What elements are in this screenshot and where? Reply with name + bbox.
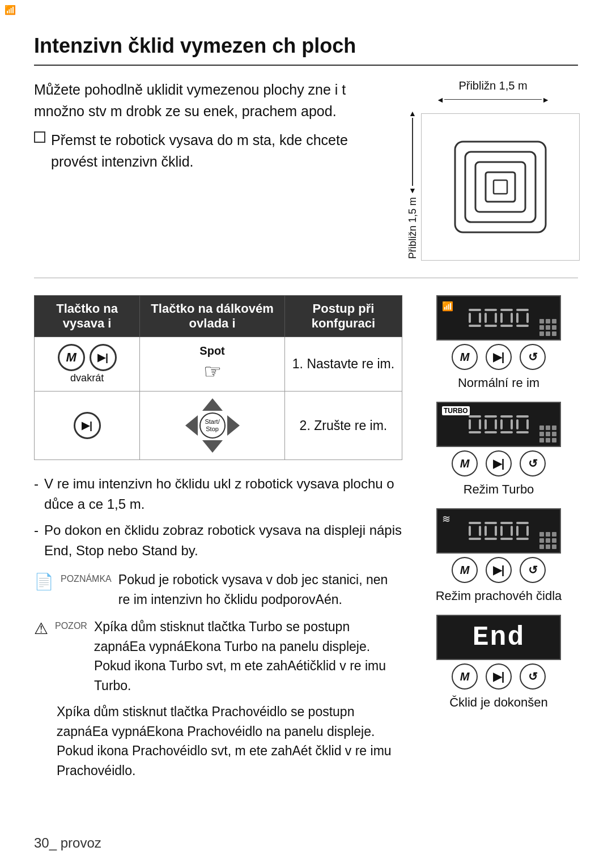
turbo-controls: M ▶| ↺ (452, 450, 546, 476)
spiral-svg (449, 136, 551, 238)
d-seg-l (469, 526, 471, 536)
turbo-ctrl-m: M (452, 450, 478, 476)
h-line (444, 99, 542, 100)
note-text-1: V re imu intenzivn ho čklidu ukl z robot… (44, 474, 402, 514)
d-seg-top3 (500, 522, 513, 524)
dpad-center-text: Start/Stop (205, 418, 219, 433)
note-box-text: Pokud je robotick vysava v dob jec stani… (118, 570, 402, 609)
segment-bars-turbo (469, 415, 529, 433)
d-seg-l3 (500, 526, 503, 536)
t-seg-r3 (511, 419, 513, 429)
d-seg-l2 (484, 526, 487, 536)
side-arrow: ▲ ▼ Přibližn 1,5 m (407, 109, 419, 259)
m-button: M (58, 344, 85, 371)
dot (552, 319, 556, 324)
seg-top (469, 309, 481, 311)
spiral-wrapper: ▲ ▼ Přibližn 1,5 m (407, 108, 580, 261)
seg-left3 (500, 313, 503, 323)
dust-controls: M ▶| ↺ (452, 557, 546, 583)
row2-buttons (35, 392, 140, 460)
normal-controls: M ▶| ↺ (452, 344, 546, 370)
intro-text-1: Můžete pohodlně uklidit vymezenou plochy… (34, 79, 397, 122)
intro-text-2: Přemst te robotick vysava do m sta, kde … (51, 130, 397, 172)
grid-dots-dust (539, 532, 556, 549)
end-controls: M ▶| ↺ (452, 663, 546, 690)
t-seg-r4 (526, 419, 529, 429)
arrow-up-head: ▲ (409, 109, 416, 118)
segment-bars-dust (469, 522, 529, 540)
seg-4 (516, 309, 529, 327)
warning-item-2: Xpíka dům stisknut tlačtka Prachovéidlo … (34, 702, 402, 780)
dim-top-label: Přibližn 1,5 m (458, 79, 527, 92)
note-tag: POZNÁMKA (61, 572, 112, 586)
turbo-ctrl-play: ▶| (486, 450, 512, 476)
seg-right4 (526, 313, 529, 323)
ctrl-play: ▶| (486, 344, 512, 370)
arrow-head-right (542, 93, 550, 105)
seg-2 (484, 309, 497, 327)
button-icons-row2 (39, 412, 135, 439)
table-row-2: Start/Stop 2. Zrušte re im. (35, 392, 402, 460)
note-text-2: Po dokon en čklidu zobraz robotick vysav… (44, 520, 402, 561)
dot (546, 319, 550, 324)
wifi-icon-end: 📶 (5, 5, 16, 15)
section-divider (34, 278, 578, 278)
note-box: 📄 POZNÁMKA Pokud je robotick vysava v do… (34, 570, 402, 609)
dot (546, 544, 550, 549)
dot (539, 438, 544, 442)
dot (546, 325, 550, 330)
d-seg-top2 (484, 522, 497, 524)
spot-hand-icon: ☞ (203, 360, 222, 383)
d-seg-top (469, 522, 481, 524)
dvakrat-label: dvakrát (39, 372, 135, 384)
warning-text-1: Xpíka dům stisknut tlačtka Turbo se post… (94, 617, 402, 695)
seg-bottom (469, 325, 481, 327)
dust-label: Režim prachovéh čidla (436, 589, 562, 603)
dpad-down (202, 440, 223, 453)
row1-buttons: M dvakrát (35, 337, 140, 392)
arrow-down-head: ▼ (409, 186, 416, 195)
seg-sides3 (500, 313, 513, 323)
play-button-2 (74, 412, 101, 439)
d-seg-r (479, 526, 481, 536)
dot (539, 331, 544, 336)
play-button (90, 344, 117, 371)
seg-sides (469, 313, 481, 323)
end-ctrl-play: ▶| (486, 663, 512, 690)
page-footer: 30_ provoz (34, 835, 101, 851)
seg-sides2 (484, 313, 497, 323)
dot (552, 426, 556, 430)
seg-bottom2 (484, 325, 497, 327)
seg-bottom4 (516, 325, 529, 327)
dot (552, 331, 556, 336)
dpad-up (202, 398, 223, 411)
table-row-1: M dvakrát Spot ☞ 1. Nastavte re im. (35, 337, 402, 392)
dot (546, 426, 550, 430)
d-seg-top4 (516, 522, 529, 524)
t-seg-4 (516, 415, 529, 433)
segment-bars-normal (469, 309, 529, 327)
d-seg-2 (484, 522, 497, 540)
dot (539, 319, 544, 324)
turbo-screen: TURBO (436, 402, 561, 447)
dim-top-arrow (436, 93, 550, 105)
ctrl-power: ↺ (520, 344, 546, 370)
d-seg-bot3 (500, 538, 513, 540)
ctrl-m: M (452, 344, 478, 370)
left-column: Tlačtko na vysava i Tlačtko na dálkovém … (34, 295, 402, 788)
dot (539, 426, 544, 430)
d-seg-r3 (511, 526, 513, 536)
dot (546, 331, 550, 336)
seg-left (469, 313, 471, 323)
grid-dots-turbo (539, 426, 556, 442)
end-label: Čklid je dokonšen (449, 695, 548, 710)
warning-item-1: ⚠ POZOR Xpíka dům stisknut tlačtka Turbo… (34, 617, 402, 695)
dot (552, 438, 556, 442)
dot (546, 538, 550, 543)
d-seg-4 (516, 522, 529, 540)
right-column: 📶 (419, 295, 578, 788)
section-title: Intenzivn čklid vymezen ch ploch (34, 34, 578, 66)
t-seg-l (469, 419, 471, 429)
dpad-center: Start/Stop (199, 412, 226, 439)
v-line (412, 118, 413, 186)
